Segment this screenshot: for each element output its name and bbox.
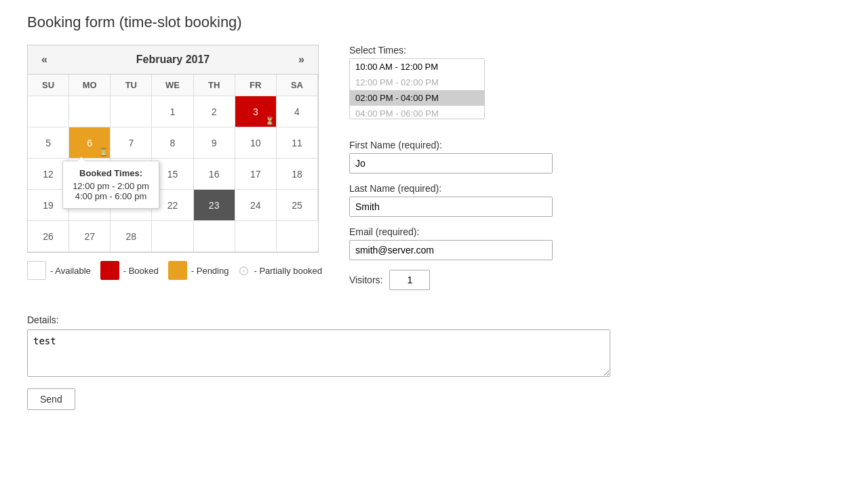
select-times-label: Select Times:	[349, 45, 841, 56]
day-header-sa: SA	[277, 75, 318, 96]
cal-cell[interactable]: 10	[235, 127, 277, 159]
cal-cell	[111, 96, 152, 127]
day-number: 7	[128, 138, 134, 148]
day-header-mo: MO	[69, 75, 111, 96]
cal-cell[interactable]: 28	[111, 221, 152, 252]
cal-cell[interactable]: 4	[277, 96, 318, 127]
day-number: 10	[250, 138, 261, 148]
day-number: 11	[292, 138, 302, 148]
first-name-field: First Name (required):	[349, 140, 841, 174]
legend-pending: - Pending	[168, 261, 229, 280]
details-label: Details:	[27, 314, 841, 325]
partial-clock-icon: ⏳	[265, 117, 275, 125]
day-number: 2	[212, 106, 217, 117]
day-header-su: SU	[28, 75, 69, 96]
details-section: Details:	[27, 314, 841, 379]
next-month-button[interactable]: »	[294, 52, 309, 67]
cal-cell	[69, 96, 111, 127]
email-field: Email (required):	[349, 226, 841, 260]
cal-cell[interactable]: 11	[277, 127, 318, 159]
email-label: Email (required):	[349, 226, 841, 237]
legend-label-available: - Available	[50, 266, 91, 276]
cal-cell	[152, 221, 193, 252]
cal-cell	[235, 221, 277, 252]
cal-cell[interactable]: 25	[277, 190, 318, 221]
cal-cell[interactable]: 8	[152, 127, 193, 159]
page-title: Booking form (time-slot booking)	[27, 14, 841, 31]
times-select[interactable]: 10:00 AM - 12:00 PM12:00 PM - 02:00 PM02…	[349, 58, 485, 119]
day-header-tu: TU	[111, 75, 152, 96]
last-name-field: Last Name (required):	[349, 183, 841, 217]
day-number: 15	[167, 169, 178, 180]
day-number: 28	[126, 231, 137, 242]
tooltip-time: 4:00 pm - 6:00 pm	[73, 191, 149, 201]
last-name-input[interactable]	[349, 197, 553, 217]
calendar-section: « February 2017 » SUMOTUWETHFRSA123⏳456⏳…	[27, 45, 322, 301]
day-header-fr: FR	[235, 75, 277, 96]
legend-label-booked: - Booked	[123, 266, 159, 276]
tooltip-time: 12:00 pm - 2:00 pm	[73, 181, 149, 191]
partial-clock-icon: ⏳	[99, 148, 108, 157]
day-number: 8	[170, 138, 176, 148]
cal-cell[interactable]: 18	[277, 159, 318, 190]
day-number: 22	[167, 200, 178, 211]
day-number: 25	[292, 200, 302, 211]
day-number: 19	[43, 200, 54, 211]
cal-cell[interactable]: 5	[28, 127, 69, 159]
visitors-row: Visitors:	[349, 270, 841, 290]
calendar: « February 2017 » SUMOTUWETHFRSA123⏳456⏳…	[27, 45, 319, 253]
first-name-input[interactable]	[349, 153, 553, 174]
cal-cell	[28, 96, 69, 127]
day-number: 5	[45, 138, 51, 148]
cal-cell[interactable]: 9	[194, 127, 235, 159]
legend-label-partial: - Partially booked	[254, 266, 321, 276]
day-number: 23	[209, 200, 220, 211]
cal-cell[interactable]: 27	[69, 221, 111, 252]
details-textarea[interactable]	[27, 329, 610, 377]
legend-box-pending	[168, 261, 187, 280]
cal-cell[interactable]: 1	[152, 96, 193, 127]
last-name-label: Last Name (required):	[349, 183, 841, 194]
calendar-header: « February 2017 »	[28, 45, 318, 75]
legend-box-booked	[100, 261, 119, 280]
day-number: 27	[84, 231, 95, 242]
partial-icon: ⊙	[238, 262, 250, 279]
legend-booked: - Booked	[100, 261, 159, 280]
select-times-field: Select Times: 10:00 AM - 12:00 PM12:00 P…	[349, 45, 841, 130]
day-number: 16	[209, 169, 220, 180]
day-header-we: WE	[152, 75, 193, 96]
cal-cell[interactable]: 17	[235, 159, 277, 190]
day-number: 12	[43, 169, 54, 180]
visitors-input[interactable]	[389, 270, 430, 290]
visitors-label: Visitors:	[349, 274, 383, 285]
cal-cell[interactable]: 26	[28, 221, 69, 252]
day-number: 17	[250, 169, 261, 180]
send-button[interactable]: Send	[27, 388, 75, 410]
day-number: 3	[253, 106, 258, 117]
cal-cell[interactable]: 7	[111, 127, 152, 159]
tooltip-title: Booked Times:	[73, 168, 149, 178]
month-title: February 2017	[136, 54, 210, 66]
day-number: 1	[170, 106, 176, 117]
prev-month-button[interactable]: «	[37, 52, 52, 67]
cal-cell[interactable]: 23	[194, 190, 235, 221]
day-header-th: TH	[194, 75, 235, 96]
legend: - Available - Booked - Pending ⊙ - Parti…	[27, 261, 322, 280]
cal-cell[interactable]: 24	[235, 190, 277, 221]
email-input[interactable]	[349, 240, 553, 260]
cal-cell[interactable]: 3⏳	[235, 96, 277, 127]
cal-cell	[194, 221, 235, 252]
day-number: 9	[212, 138, 217, 148]
cal-cell[interactable]: 2	[194, 96, 235, 127]
day-number: 4	[294, 106, 300, 117]
legend-box-available	[27, 261, 46, 280]
legend-partial: ⊙ - Partially booked	[238, 262, 321, 279]
cal-cell[interactable]: 6⏳Booked Times:12:00 pm - 2:00 pm4:00 pm…	[69, 127, 111, 159]
day-number: 26	[43, 231, 54, 242]
day-number: 6	[87, 138, 92, 148]
first-name-label: First Name (required):	[349, 140, 841, 150]
form-section: Select Times: 10:00 AM - 12:00 PM12:00 P…	[349, 45, 841, 301]
cal-cell[interactable]: 16	[194, 159, 235, 190]
legend-label-pending: - Pending	[191, 266, 229, 276]
booked-times-tooltip: Booked Times:12:00 pm - 2:00 pm4:00 pm -…	[62, 161, 159, 209]
